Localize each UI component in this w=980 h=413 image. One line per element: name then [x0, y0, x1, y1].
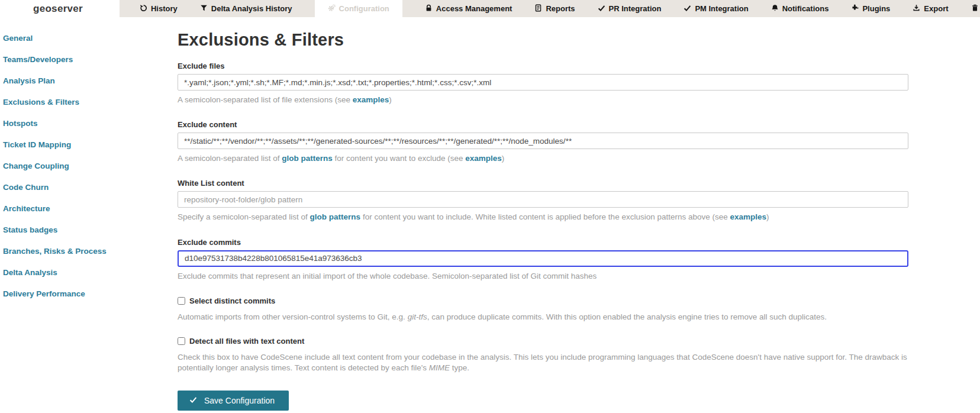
exclude-files-input[interactable] [178, 74, 908, 91]
sidebar-item-architecture[interactable]: Architecture [3, 198, 172, 219]
help-text: A semicolon-separated list of [178, 154, 282, 163]
help-text: for content you want to exclude (see [333, 154, 465, 163]
check-icon [598, 4, 605, 14]
sidebar-item-status-badges[interactable]: Status badges [3, 219, 172, 240]
tab-label: PR Integration [609, 4, 662, 13]
save-button-label: Save Configuration [204, 396, 275, 405]
save-configuration-button[interactable]: Save Configuration [178, 391, 289, 411]
filter-icon [200, 4, 208, 14]
check-icon [189, 396, 197, 405]
help-text: for content you want to include. White l… [360, 212, 730, 221]
exclude-files-label: Exclude files [178, 62, 908, 70]
download-icon [913, 4, 920, 14]
select-distinct-commits-help: Automatic imports from other version-con… [178, 312, 908, 322]
detect-text-content-label: Detect all files with text content [189, 337, 304, 346]
exclude-commits-help: Exclude commits that represent an initia… [178, 271, 908, 282]
plugin-icon [851, 4, 859, 14]
tab-reports[interactable]: Reports [534, 0, 575, 17]
glob-patterns-link[interactable]: glob patterns [310, 212, 361, 221]
help-text: ) [766, 212, 769, 221]
exclude-content-help: A semicolon-separated list of glob patte… [178, 153, 908, 164]
help-text: ) [502, 154, 505, 163]
git-tfs-term: git-tfs [408, 312, 427, 321]
help-text: , can produce duplicate commits. With th… [427, 312, 827, 321]
help-text: Specify a semicolon-separated list of [178, 212, 310, 221]
page-body: General Teams/Developers Analysis Plan E… [0, 17, 980, 411]
tab-access-management[interactable]: Access Management [425, 0, 512, 17]
whitelist-content-group: White List content Specify a semicolon-s… [178, 179, 908, 222]
mime-term: MIME [429, 363, 450, 372]
select-distinct-commits-group: Select distinct commits Automatic import… [178, 296, 908, 322]
examples-link[interactable]: examples [353, 95, 389, 104]
project-name: geoserver [0, 0, 120, 17]
glob-patterns-link[interactable]: glob patterns [282, 154, 333, 163]
tab-plugins[interactable]: Plugins [851, 0, 890, 17]
sidebar-item-exclusions-filters[interactable]: Exclusions & Filters [3, 91, 172, 112]
detect-text-content-group: Detect all files with text content Check… [178, 337, 908, 373]
sidebar-item-ticket-id-mapping[interactable]: Ticket ID Mapping [3, 134, 172, 155]
main-content: Exclusions & Filters Exclude files A sem… [178, 17, 980, 411]
sidebar-item-general[interactable]: General [3, 27, 172, 49]
tab-label: Delta Analysis History [211, 4, 292, 13]
help-text: Check this box to have CodeScene include… [178, 353, 907, 372]
tab-label: Plugins [862, 4, 890, 13]
tab-pr-integration[interactable]: PR Integration [598, 0, 662, 17]
exclude-content-label: Exclude content [178, 120, 908, 129]
tab-delete[interactable]: Delete [971, 0, 980, 17]
sidebar-item-branches-risks-process[interactable]: Branches, Risks & Process [3, 240, 172, 262]
sidebar-item-change-coupling[interactable]: Change Coupling [3, 155, 172, 176]
detect-text-content-help: Check this box to have CodeScene include… [178, 352, 908, 373]
whitelist-content-help: Specify a semicolon-separated list of gl… [178, 212, 908, 222]
trash-icon [971, 4, 979, 14]
examples-link[interactable]: examples [730, 212, 767, 221]
page-title: Exclusions & Filters [178, 30, 908, 50]
check-icon [684, 4, 691, 14]
tab-label: Notifications [782, 4, 829, 13]
select-distinct-commits-label: Select distinct commits [189, 296, 275, 305]
sidebar-item-code-churn[interactable]: Code Churn [3, 176, 172, 198]
exclude-content-group: Exclude content A semicolon-separated li… [178, 120, 908, 164]
tab-configuration[interactable]: Configuration [315, 0, 402, 17]
tab-export[interactable]: Export [913, 0, 948, 17]
tab-pm-integration[interactable]: PM Integration [684, 0, 748, 17]
sidebar-item-hotspots[interactable]: Hotspots [3, 112, 172, 134]
tab-delta-analysis-history[interactable]: Delta Analysis History [200, 0, 292, 17]
whitelist-content-label: White List content [178, 179, 908, 188]
help-text: type. [450, 363, 469, 372]
lock-icon [425, 4, 433, 14]
gears-icon [328, 4, 336, 14]
help-text: A semicolon-separated list of file exten… [178, 95, 353, 104]
exclude-files-help: A semicolon-separated list of file exten… [178, 95, 908, 105]
exclude-commits-label: Exclude commits [178, 238, 908, 247]
exclude-commits-group: Exclude commits Exclude commits that rep… [178, 238, 908, 282]
whitelist-content-input[interactable] [178, 191, 908, 208]
history-icon [140, 4, 147, 14]
sidebar-item-delivery-performance[interactable]: Delivery Performance [3, 283, 172, 304]
detect-text-content-checkbox[interactable] [178, 337, 185, 345]
top-navbar: geoserver History Delta Analysis History… [0, 0, 980, 17]
exclude-commits-input[interactable] [178, 250, 908, 267]
bell-icon [771, 4, 779, 14]
document-icon [534, 4, 542, 14]
navbar-tabs: History Delta Analysis History Configura… [120, 0, 980, 17]
select-distinct-commits-checkbox[interactable] [178, 297, 185, 305]
tab-notifications[interactable]: Notifications [771, 0, 829, 17]
examples-link[interactable]: examples [465, 154, 502, 163]
tab-label: Configuration [339, 4, 389, 13]
tab-label: PM Integration [695, 4, 748, 13]
tab-label: Reports [546, 4, 575, 13]
sidebar-item-delta-analysis[interactable]: Delta Analysis [3, 262, 172, 283]
tab-history[interactable]: History [140, 0, 178, 17]
help-text: ) [389, 95, 392, 104]
tab-label: History [151, 4, 178, 13]
sidebar-item-teams-developers[interactable]: Teams/Developers [3, 49, 172, 70]
config-sidebar: General Teams/Developers Analysis Plan E… [0, 17, 178, 411]
tab-label: Export [924, 4, 948, 13]
exclude-files-group: Exclude files A semicolon-separated list… [178, 62, 908, 105]
help-text: Automatic imports from other version-con… [178, 312, 408, 321]
exclude-content-input[interactable] [178, 133, 908, 149]
sidebar-item-analysis-plan[interactable]: Analysis Plan [3, 70, 172, 91]
tab-label: Access Management [436, 4, 512, 13]
